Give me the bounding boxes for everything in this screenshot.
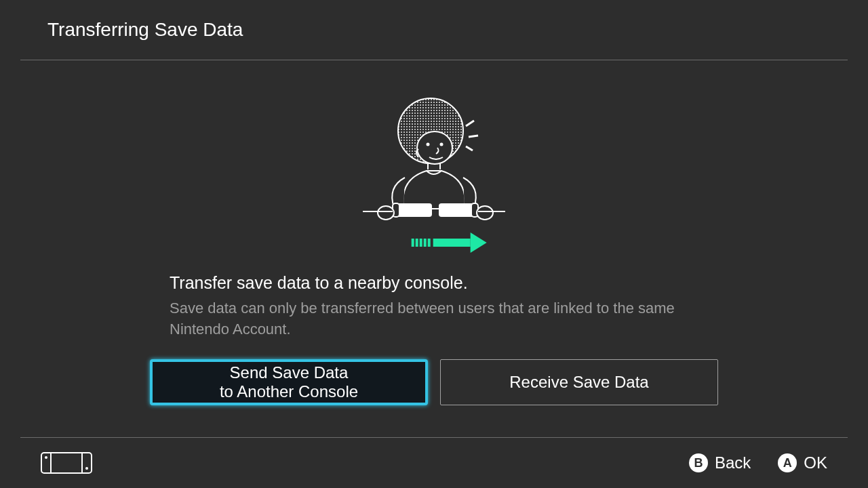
header: Transferring Save Data bbox=[0, 0, 868, 60]
footer: B Back A OK bbox=[0, 438, 868, 488]
ok-label: OK bbox=[804, 453, 827, 472]
action-button-row: Send Save Data to Another Console Receiv… bbox=[150, 359, 718, 405]
receive-save-data-button[interactable]: Receive Save Data bbox=[440, 359, 718, 405]
transfer-arrow-icon bbox=[412, 232, 487, 253]
main-content: Transfer save data to a nearby console. … bbox=[0, 60, 868, 438]
description-block: Transfer save data to a nearby console. … bbox=[170, 273, 698, 340]
svg-line-6 bbox=[469, 136, 478, 137]
controller-icon bbox=[41, 452, 92, 474]
svg-point-12 bbox=[378, 206, 394, 220]
svg-point-4 bbox=[440, 143, 443, 146]
svg-point-13 bbox=[477, 206, 493, 220]
svg-point-3 bbox=[427, 143, 430, 146]
transfer-illustration bbox=[363, 94, 505, 253]
ok-hint[interactable]: A OK bbox=[778, 453, 827, 472]
page-title: Transferring Save Data bbox=[47, 19, 243, 41]
svg-line-5 bbox=[466, 121, 474, 126]
back-hint[interactable]: B Back bbox=[689, 453, 751, 472]
b-button-icon: B bbox=[689, 453, 708, 472]
sub-text: Save data can only be transferred betwee… bbox=[170, 298, 698, 340]
send-save-data-button[interactable]: Send Save Data to Another Console bbox=[150, 359, 428, 405]
a-button-icon: A bbox=[778, 453, 797, 472]
back-label: Back bbox=[715, 453, 751, 472]
headline-text: Transfer save data to a nearby console. bbox=[170, 273, 698, 293]
svg-line-7 bbox=[466, 146, 473, 150]
